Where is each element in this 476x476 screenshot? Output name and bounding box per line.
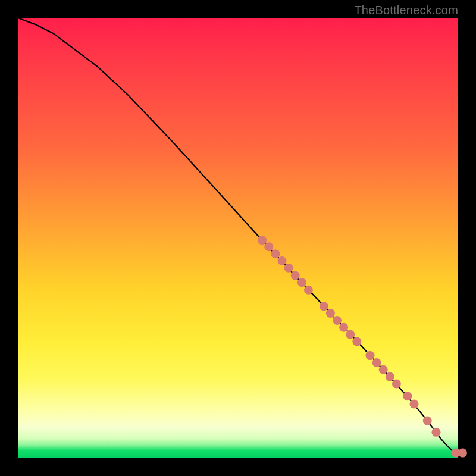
data-marker [432, 428, 441, 437]
bottleneck-curve [18, 18, 458, 453]
data-marker [264, 242, 273, 251]
data-marker [423, 416, 432, 425]
data-marker [258, 236, 267, 245]
data-marker [379, 365, 388, 374]
data-marker [403, 392, 412, 400]
plot-area [18, 18, 458, 458]
data-marker [320, 302, 328, 311]
data-marker [346, 330, 355, 339]
data-marker [333, 316, 342, 325]
attribution-label: TheBottleneck.com [354, 4, 458, 17]
data-marker [352, 337, 361, 346]
data-marker [458, 449, 467, 458]
data-marker [326, 309, 335, 318]
plot-svg [18, 18, 458, 458]
data-marker [278, 256, 287, 265]
chart-stage: TheBottleneck.com [0, 0, 476, 476]
data-marker [271, 249, 280, 258]
data-marker [392, 379, 401, 388]
data-marker [339, 323, 348, 332]
data-marker [410, 399, 419, 408]
data-marker [366, 351, 375, 360]
data-marker [386, 372, 394, 381]
data-marker [284, 264, 293, 273]
data-marker [291, 271, 300, 280]
data-marker [304, 286, 313, 295]
data-marker [372, 358, 381, 367]
data-marker [298, 278, 306, 287]
